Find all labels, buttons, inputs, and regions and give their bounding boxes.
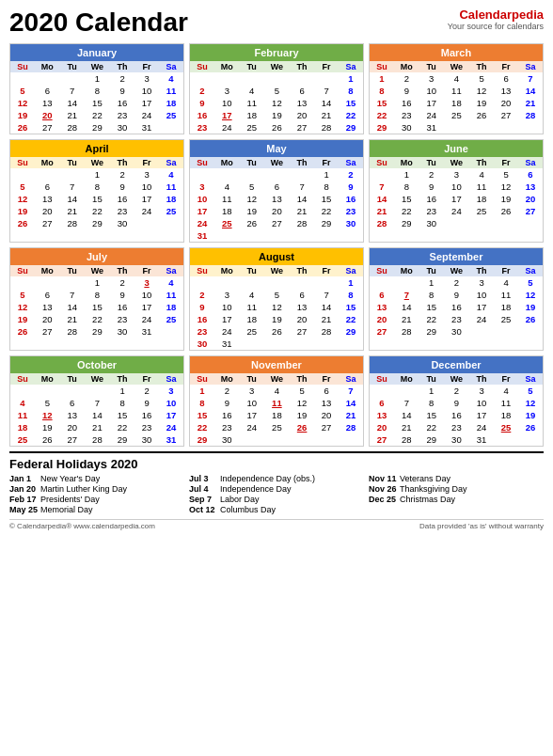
calendar-day	[240, 276, 264, 289]
holiday-date-label: Feb 17	[9, 495, 38, 504]
calendar-day: 10	[159, 397, 183, 409]
calendar-day: 1	[370, 72, 394, 85]
calendar-day: 11	[214, 193, 240, 205]
dow-header-we: We	[444, 61, 470, 72]
dow-header-sa: Sa	[159, 265, 183, 276]
month-nov: NovemberSuMoTuWeThFrSa123456789101112131…	[189, 355, 364, 447]
week-row: 17181920212223	[190, 205, 363, 217]
calendar-day: 17	[190, 205, 214, 217]
week-row: 891011121314	[190, 397, 363, 409]
dow-header-su: Su	[190, 265, 214, 276]
calendar-day: 4	[214, 181, 240, 193]
calendar-day	[10, 72, 35, 85]
week-row: 282930	[370, 217, 543, 229]
month-oct: OctoberSuMoTuWeThFrSa1234567891011121314…	[9, 355, 184, 447]
calendar-day	[314, 276, 339, 289]
calendar-day: 18	[240, 109, 264, 121]
calendar-day: 20	[314, 409, 339, 421]
holiday-name: Independence Day	[220, 484, 292, 494]
dow-header-sa: Sa	[339, 157, 363, 168]
month-header-mar: March	[370, 44, 543, 61]
week-row: 2930	[190, 433, 363, 446]
calendar-day: 26	[469, 109, 494, 121]
calendar-day: 6	[494, 72, 518, 85]
calendar-day	[264, 338, 291, 350]
calendar-day	[314, 229, 339, 242]
dow-header-mo: Mo	[35, 61, 60, 72]
calendar-day	[159, 325, 183, 338]
calendar-day: 8	[190, 397, 214, 409]
calendar-day: 28	[314, 121, 339, 134]
calendar-day: 30	[339, 217, 363, 229]
week-row: 18192021222324	[10, 421, 183, 433]
month-header-jan: January	[10, 44, 183, 61]
calendar-day: 7	[394, 289, 419, 301]
dow-header-tu: Tu	[419, 265, 444, 276]
list-item: May 25Memorial Day	[9, 505, 184, 514]
dow-header-th: Th	[290, 265, 314, 276]
month-header-oct: October	[10, 356, 183, 373]
calendar-day: 18	[159, 301, 183, 313]
calendar-day: 22	[314, 205, 339, 217]
dow-header-tu: Tu	[240, 373, 264, 385]
calendar-day: 17	[419, 97, 444, 109]
calendar-day: 5	[469, 72, 494, 85]
calendar-day: 21	[60, 313, 85, 325]
calendar-day: 20	[35, 205, 60, 217]
calendar-day: 24	[469, 421, 494, 433]
dow-header-su: Su	[10, 373, 35, 385]
calendar-day: 8	[339, 85, 363, 97]
calendar-day: 1	[85, 72, 111, 85]
calendar-day: 17	[134, 301, 159, 313]
calendar-day: 13	[518, 181, 543, 193]
calendar-day	[60, 385, 85, 397]
calendar-day: 28	[518, 109, 543, 121]
week-row: 27282930	[370, 325, 543, 338]
calendar-day: 30	[444, 325, 470, 338]
calendar-day: 21	[314, 109, 339, 121]
calendar-day: 11	[264, 397, 291, 409]
calendar-day: 8	[339, 289, 363, 301]
week-row: 6789101112	[370, 289, 543, 301]
dow-header-su: Su	[190, 373, 214, 385]
calendar-day: 7	[60, 85, 85, 97]
calendar-day: 17	[134, 97, 159, 109]
calendar-day	[494, 217, 518, 229]
calendar-day: 27	[314, 421, 339, 433]
month-table-may: SuMoTuWeThFrSa12345678910111213141516171…	[190, 157, 363, 242]
calendar-day: 24	[469, 313, 494, 325]
week-row: 23242526272829	[190, 121, 363, 134]
calendar-day	[240, 168, 264, 181]
dow-header-fr: Fr	[134, 61, 159, 72]
calendar-day	[469, 217, 494, 229]
calendar-day: 26	[264, 121, 291, 134]
calendar-day: 3	[190, 181, 214, 193]
calendar-day: 30	[214, 433, 240, 446]
calendar-day	[10, 276, 35, 289]
dow-header-fr: Fr	[314, 157, 339, 168]
calendar-day: 12	[264, 301, 291, 313]
week-row: 23242526272829	[190, 325, 363, 338]
calendar-day	[190, 168, 214, 181]
calendar-day: 4	[494, 276, 518, 289]
calendar-day: 17	[469, 409, 494, 421]
calendar-day: 19	[469, 97, 494, 109]
calendar-day: 2	[110, 72, 134, 85]
calendar-day: 10	[190, 193, 214, 205]
dow-header-th: Th	[110, 373, 134, 385]
calendar-day: 22	[419, 313, 444, 325]
calendar-day: 4	[159, 168, 183, 181]
calendar-day: 4	[264, 385, 291, 397]
calendar-day: 29	[85, 121, 111, 134]
calendar-day: 11	[240, 97, 264, 109]
brand: Calendarpedia Your source for calendars	[448, 8, 544, 31]
dow-header-fr: Fr	[314, 61, 339, 72]
holiday-date-label: Jul 4	[189, 484, 217, 494]
calendar-day	[339, 338, 363, 350]
calendar-day: 14	[370, 193, 394, 205]
calendar-day	[264, 229, 291, 242]
calendar-day: 2	[214, 385, 240, 397]
holiday-date-label: Sep 7	[189, 495, 217, 504]
list-item: Jan 1New Year's Day	[9, 474, 184, 483]
holiday-col-3: Nov 11Veterans DayNov 26Thanksgiving Day…	[369, 474, 544, 515]
